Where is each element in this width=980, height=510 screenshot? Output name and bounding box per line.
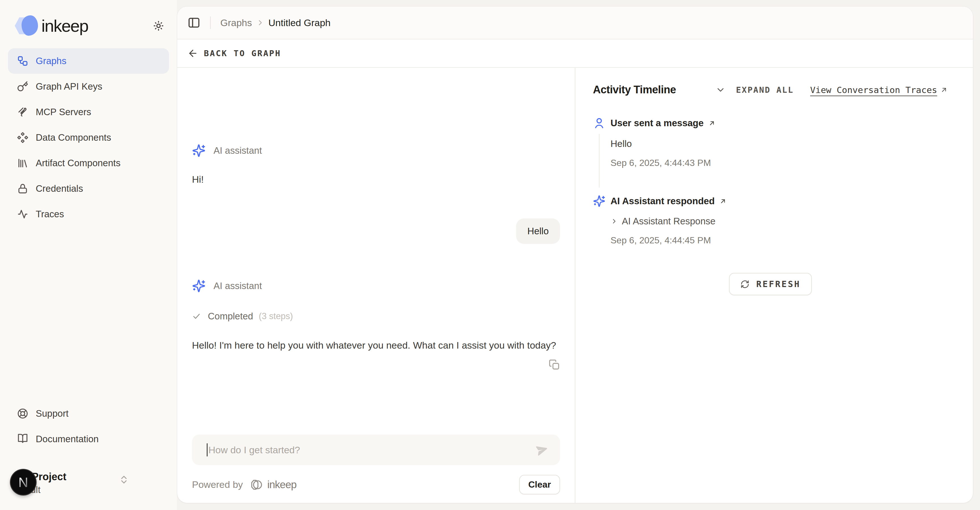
- mcp-icon: [17, 106, 29, 118]
- sidebar-header: inkeep: [0, 0, 177, 37]
- assistant-message-text: Hello! I'm here to help you with whateve…: [192, 338, 560, 353]
- theme-toggle-sun-icon[interactable]: [153, 20, 164, 32]
- sidebar-item-label: MCP Servers: [36, 107, 91, 118]
- sidebar-footer-nav: Support Documentation: [8, 401, 169, 452]
- text-caret: [207, 443, 208, 456]
- user-message-row: Hello: [192, 218, 560, 244]
- sidebar-item-graphs[interactable]: Graphs: [8, 48, 169, 74]
- chat-panel: AI assistant Hi! Hello AI assistant: [177, 68, 575, 503]
- assistant-label: AI assistant: [213, 145, 262, 156]
- inkeep-logo-icon: [15, 15, 39, 37]
- status-label: Completed: [208, 311, 253, 322]
- refresh-label: REFRESH: [756, 279, 800, 289]
- avatar-letter: N: [18, 475, 29, 490]
- timeline-event-user-message: User sent a message Hello Sep 6, 2025, 4…: [593, 117, 948, 168]
- user-icon: [593, 117, 605, 129]
- sidebar-item-label: Credentials: [36, 183, 83, 194]
- timeline-actions: EXPAND ALL View Conversation Traces: [716, 85, 948, 95]
- assistant-message-header: AI assistant: [192, 279, 560, 293]
- activity-icon: [17, 209, 29, 220]
- project-selector[interactable]: N Project ult: [0, 467, 177, 510]
- user-message-bubble: Hello: [516, 218, 560, 244]
- sidebar-item-artifact-components[interactable]: Artifact Components: [8, 150, 169, 176]
- app-root: inkeep Graphs Graph API Keys: [0, 0, 980, 510]
- expand-all-button[interactable]: EXPAND ALL: [736, 85, 794, 95]
- book-open-icon: [17, 434, 29, 445]
- copy-icon[interactable]: [549, 359, 560, 370]
- main-card: Graphs Untitled Graph BACK TO GRAPH: [177, 6, 973, 503]
- chevrons-up-down-icon: [119, 474, 129, 485]
- breadcrumb-current-page: Untitled Graph: [269, 17, 331, 29]
- refresh-row: REFRESH: [593, 273, 948, 295]
- sidebar-item-label: Artifact Components: [36, 158, 121, 169]
- sidebar-item-label: Graphs: [36, 56, 66, 66]
- life-buoy-icon: [17, 408, 29, 419]
- back-to-graph-label: BACK TO GRAPH: [204, 48, 281, 58]
- event-title-link[interactable]: AI Assistant responded: [611, 195, 948, 207]
- spacer: [192, 370, 560, 435]
- chevron-right-icon: [611, 218, 618, 225]
- inkeep-mark-icon: [249, 479, 263, 491]
- arrow-up-right-icon: [708, 120, 716, 127]
- event-title: User sent a message: [611, 118, 703, 129]
- event-timestamp: Sep 6, 2025, 4:44:45 PM: [611, 235, 948, 245]
- panel-left-icon[interactable]: [188, 16, 200, 29]
- sidebar-item-traces[interactable]: Traces: [8, 201, 169, 227]
- content-area: AI assistant Hi! Hello AI assistant: [177, 68, 973, 503]
- nextjs-dev-badge[interactable]: N: [11, 470, 36, 495]
- sidebar-item-label: Traces: [36, 209, 64, 220]
- sidebar-item-support[interactable]: Support: [8, 401, 169, 426]
- expander-label: AI Assistant Response: [622, 216, 716, 226]
- activity-timeline-panel: Activity Timeline EXPAND ALL View Conver…: [575, 68, 973, 503]
- assistant-message-text: Hi!: [192, 174, 560, 185]
- timeline-header: Activity Timeline EXPAND ALL View Conver…: [593, 84, 948, 96]
- sidebar-item-label: Data Components: [36, 132, 111, 143]
- sparkles-icon: [192, 144, 205, 158]
- send-icon[interactable]: [534, 442, 550, 458]
- view-conversation-traces-link[interactable]: View Conversation Traces: [810, 85, 948, 95]
- event-title: AI Assistant responded: [611, 196, 714, 207]
- key-icon: [17, 81, 29, 92]
- inkeep-wordmark: inkeep: [41, 16, 88, 36]
- timeline-events: User sent a message Hello Sep 6, 2025, 4…: [593, 117, 948, 245]
- message-actions: [192, 359, 560, 370]
- clear-button[interactable]: Clear: [519, 475, 560, 494]
- timeline-title: Activity Timeline: [593, 84, 676, 96]
- timeline-event-assistant-response: AI Assistant responded AI Assistant Resp…: [593, 195, 948, 245]
- event-title-link[interactable]: User sent a message: [611, 117, 948, 129]
- powered-brand[interactable]: inkeep: [267, 479, 297, 491]
- sidebar-item-documentation[interactable]: Documentation: [8, 426, 169, 452]
- sidebar-item-graph-api-keys[interactable]: Graph API Keys: [8, 74, 169, 99]
- chevron-right-icon: [256, 18, 264, 27]
- lock-icon: [17, 183, 29, 194]
- arrow-up-right-icon: [719, 198, 727, 205]
- powered-by-label: Powered by: [192, 479, 243, 490]
- arrow-left-icon: [188, 48, 198, 59]
- completion-status-row[interactable]: Completed (3 steps): [192, 311, 560, 322]
- sidebar-item-data-components[interactable]: Data Components: [8, 125, 169, 150]
- workflow-icon: [17, 55, 29, 67]
- check-icon: [192, 312, 201, 321]
- sidebar-item-label: Documentation: [36, 434, 99, 445]
- sidebar-item-mcp-servers[interactable]: MCP Servers: [8, 99, 169, 125]
- sidebar-item-label: Graph API Keys: [36, 81, 102, 92]
- ai-response-expander[interactable]: AI Assistant Response: [611, 216, 948, 226]
- sparkles-icon: [192, 279, 205, 293]
- chat-input[interactable]: [208, 445, 536, 456]
- breadcrumb-graphs-link[interactable]: Graphs: [220, 17, 252, 29]
- component-icon: [17, 132, 29, 143]
- back-to-graph-button[interactable]: BACK TO GRAPH: [188, 48, 281, 59]
- event-body: Hello: [611, 139, 948, 149]
- sparkles-icon: [593, 195, 605, 207]
- chevron-down-icon[interactable]: [716, 85, 725, 95]
- logo-blob: [22, 15, 38, 36]
- event-timestamp: Sep 6, 2025, 4:44:43 PM: [611, 158, 948, 168]
- chat-input-container: [192, 435, 560, 465]
- sidebar-item-credentials[interactable]: Credentials: [8, 176, 169, 201]
- breadcrumb-bar: Graphs Untitled Graph: [177, 6, 973, 40]
- refresh-button[interactable]: REFRESH: [729, 273, 812, 295]
- traces-link-label: View Conversation Traces: [810, 85, 937, 95]
- sidebar: inkeep Graphs Graph API Keys: [0, 0, 177, 510]
- refresh-icon: [740, 280, 749, 289]
- arrow-up-right-icon: [940, 86, 948, 94]
